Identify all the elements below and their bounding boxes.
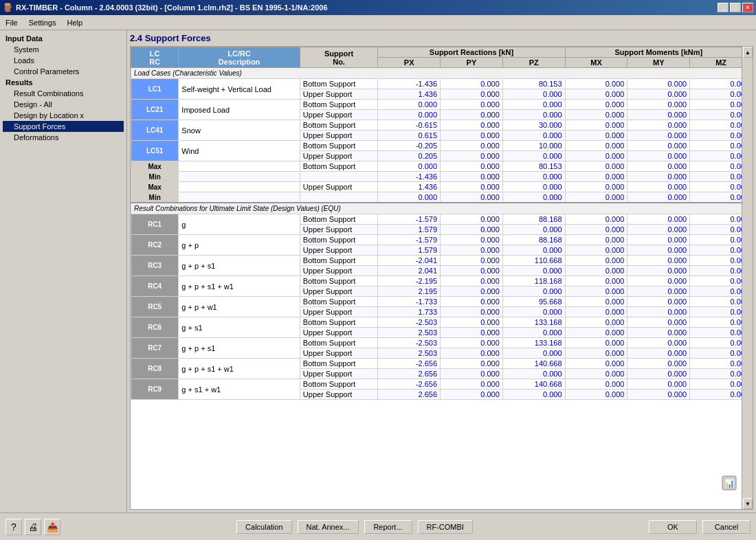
table-row: RC2g + pBottom Support-1.5790.00088.1680… (131, 235, 753, 245)
sidebar-item-design-location[interactable]: Design by Location x (3, 110, 124, 121)
cancel-button[interactable]: Cancel (702, 520, 751, 534)
value-cell: 0.000 (502, 369, 565, 379)
value-cell: 0.000 (565, 317, 627, 328)
value-cell: -1.733 (378, 297, 441, 307)
menu-help[interactable]: Help (61, 17, 88, 28)
value-cell: 0.000 (627, 120, 690, 131)
value-cell: 0.000 (441, 317, 503, 328)
value-cell: 0.000 (627, 369, 690, 379)
value-cell: 88.168 (502, 214, 565, 225)
support-cell: Bottom Support (300, 256, 377, 266)
value-cell: 0.000 (565, 172, 627, 182)
support-cell: Bottom Support (300, 214, 377, 225)
value-cell: 0.000 (502, 286, 565, 297)
header-description: LC/RCDescription (179, 47, 300, 68)
value-cell: 0.000 (565, 225, 627, 235)
value-cell: 0.205 (378, 151, 441, 161)
support-cell: Upper Support (300, 328, 377, 338)
desc-cell: g (179, 214, 300, 235)
support-cell: Upper Support (300, 151, 377, 161)
value-cell: 0.000 (378, 192, 441, 203)
value-cell: 133.168 (502, 317, 565, 328)
rf-combi-button[interactable]: RF-COMBI (418, 520, 473, 534)
value-cell: 0.000 (627, 192, 690, 203)
scrollbar[interactable]: ▲ ▼ (742, 47, 753, 509)
support-cell: Upper Support (300, 390, 377, 400)
value-cell: 0.615 (378, 131, 441, 141)
support-cell: Upper Support (300, 266, 377, 276)
support-cell: Upper Support (300, 225, 377, 235)
svg-text:📊: 📊 (724, 478, 735, 488)
print-icon-button[interactable]: 🖨 (25, 519, 41, 535)
bottom-center-buttons: Calculation Nat. Annex... Report... RF-C… (236, 520, 473, 534)
row-label: RC5 (131, 297, 179, 317)
group-header-rc: Result Combinations for Ultimate Limit S… (131, 203, 753, 214)
table-row: Min0.0000.0000.0000.0000.0000.000 (131, 192, 753, 203)
maximize-button[interactable]: □ (730, 3, 741, 12)
scroll-up[interactable]: ▲ (743, 47, 753, 58)
value-cell: 0.000 (502, 307, 565, 317)
sidebar-item-deformations[interactable]: Deformations (3, 132, 124, 143)
export-icon-button[interactable]: 📤 (44, 519, 60, 535)
ok-button[interactable]: OK (649, 520, 697, 534)
table-row: MaxUpper Support1.4360.0000.0000.0000.00… (131, 182, 753, 192)
table-row: RC4g + p + s1 + w1Bottom Support-2.1950.… (131, 276, 753, 286)
sidebar-item-design-all[interactable]: Design - All (3, 99, 124, 110)
scroll-down[interactable]: ▼ (743, 498, 753, 509)
value-cell: -0.205 (378, 141, 441, 151)
value-cell: 0.000 (565, 161, 627, 172)
report-button[interactable]: Report... (364, 520, 412, 534)
menu-file[interactable]: File (0, 17, 23, 28)
row-label: Min (131, 192, 179, 203)
value-cell: 0.000 (565, 79, 627, 89)
value-cell: 0.000 (627, 131, 690, 141)
row-label: LC41 (131, 120, 179, 141)
value-cell: 0.000 (441, 338, 503, 348)
row-label: RC4 (131, 276, 179, 297)
calculation-button[interactable]: Calculation (236, 520, 291, 534)
row-label: RC6 (131, 317, 179, 338)
value-cell: 0.000 (502, 182, 565, 192)
section-title: 2.4 Support Forces (130, 33, 753, 43)
value-cell: 2.195 (378, 286, 441, 297)
menu-settings[interactable]: Settings (23, 17, 62, 28)
title-text: 🪵 RX-TIMBER - Column - 2.04.0003 (32bit)… (3, 3, 328, 12)
close-button[interactable]: ✕ (742, 3, 753, 12)
main-container: Input Data System Loads Control Paramete… (0, 30, 756, 513)
sidebar-item-control[interactable]: Control Parameters (3, 66, 124, 77)
value-cell: -1.436 (378, 172, 441, 182)
header-pz: PZ (502, 58, 565, 68)
support-cell: Upper Support (300, 182, 377, 192)
desc-cell: g + p + s1 (179, 338, 300, 359)
sidebar-item-result-combinations[interactable]: Result Combinations (3, 88, 124, 99)
table-row: LC41SnowBottom Support-0.6150.00030.0000… (131, 120, 753, 131)
value-cell: 10.000 (502, 141, 565, 151)
sidebar-item-support-forces[interactable]: Support Forces (3, 121, 124, 132)
sidebar-group-input: Input Data (3, 33, 124, 44)
value-cell: 0.000 (441, 328, 503, 338)
value-cell: 0.000 (627, 225, 690, 235)
row-label: LC51 (131, 141, 179, 161)
minimize-button[interactable]: _ (718, 3, 729, 12)
value-cell: 140.668 (502, 379, 565, 390)
value-cell: 0.000 (502, 172, 565, 182)
help-icon-button[interactable]: ? (5, 519, 22, 535)
value-cell: 0.000 (441, 89, 503, 100)
value-cell: 0.000 (441, 131, 503, 141)
sidebar-item-loads[interactable]: Loads (3, 55, 124, 66)
table-row: Min-1.4360.0000.0000.0000.0000.000 (131, 172, 753, 182)
support-cell (300, 172, 377, 182)
value-cell: 0.000 (627, 390, 690, 400)
sidebar-item-system[interactable]: System (3, 44, 124, 55)
header-support-reactions: Support Reactions [kN] (378, 47, 565, 58)
table-row: LC21Imposed LoadBottom Support0.0000.000… (131, 100, 753, 110)
value-cell: 0.000 (502, 100, 565, 110)
table-row: RC5g + p + w1Bottom Support-1.7330.00095… (131, 297, 753, 307)
value-cell: 0.000 (627, 100, 690, 110)
support-cell: Bottom Support (300, 317, 377, 328)
nat-annex-button[interactable]: Nat. Annex... (298, 520, 359, 534)
value-cell: 0.000 (441, 266, 503, 276)
value-cell: 0.000 (441, 359, 503, 369)
table-container[interactable]: LCRC LC/RCDescription SupportNo. Support… (130, 46, 753, 510)
value-cell: 0.000 (627, 172, 690, 182)
